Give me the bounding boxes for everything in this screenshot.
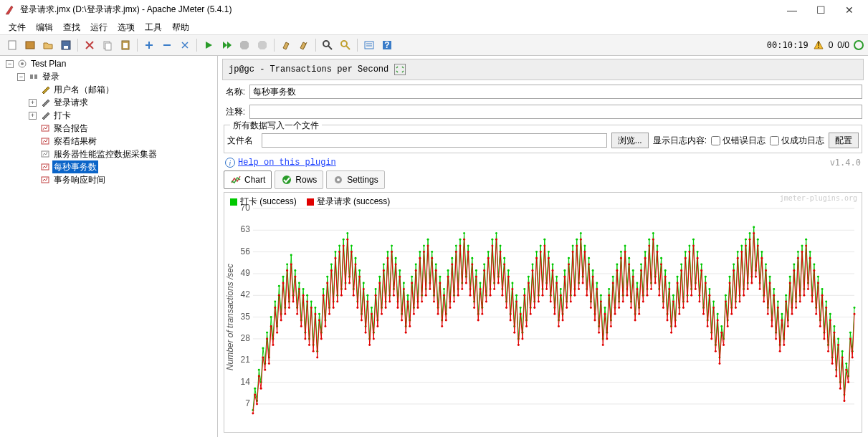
close-button[interactable]: ✕ (835, 0, 864, 20)
search-button[interactable] (320, 37, 335, 53)
svg-point-97 (346, 232, 348, 234)
svg-point-366 (284, 313, 286, 315)
comment-input[interactable] (249, 105, 862, 119)
shutdown-button[interactable] (254, 37, 270, 53)
function-helper-button[interactable] (361, 37, 377, 53)
tree-item[interactable]: +打卡 (29, 109, 217, 122)
svg-point-333 (821, 288, 824, 290)
svg-point-585 (725, 300, 727, 302)
config-button[interactable]: 配置 (829, 133, 859, 148)
testplan-icon (17, 59, 27, 69)
help-link[interactable]: Help on this plugin (238, 158, 336, 168)
svg-point-486 (525, 325, 528, 327)
menu-tools[interactable]: 工具 (140, 20, 166, 35)
svg-point-405 (363, 288, 365, 290)
cut-button[interactable] (82, 37, 97, 53)
svg-point-566 (687, 300, 689, 302)
menu-edit[interactable]: 编辑 (32, 20, 57, 35)
panel-header: jp@gc - Transactions per Second (222, 59, 864, 80)
expander-icon[interactable]: − (6, 60, 14, 68)
expander-icon[interactable]: + (29, 112, 37, 120)
svg-point-524 (602, 344, 604, 346)
tree-item[interactable]: 每秒事务数 (29, 160, 217, 173)
minimize-button[interactable]: — (778, 0, 806, 20)
open-button[interactable] (40, 37, 56, 53)
svg-point-155 (463, 232, 465, 234)
svg-point-527 (608, 294, 610, 297)
chart-area[interactable]: 打卡 (success) 登录请求 (success) jmeter-plugi… (224, 192, 862, 433)
expander-icon[interactable]: + (29, 99, 37, 107)
tree-item[interactable]: 事务响应时间 (29, 173, 217, 186)
svg-point-361 (274, 307, 276, 309)
save-button[interactable] (58, 37, 74, 53)
maximize-button[interactable]: ☐ (806, 0, 835, 20)
tab-rows[interactable]: Rows (275, 171, 323, 189)
menu-file[interactable]: 文件 (4, 20, 30, 35)
svg-point-341 (837, 337, 839, 340)
svg-point-251 (656, 244, 658, 246)
svg-point-497 (548, 257, 550, 259)
svg-point-559 (672, 300, 674, 302)
tree-root[interactable]: − Test Plan (6, 57, 217, 70)
warning-icon: ! (813, 39, 824, 51)
browse-button[interactable]: 浏览... (611, 133, 649, 148)
menu-options[interactable]: 选项 (113, 20, 139, 35)
expander-icon[interactable]: − (17, 73, 25, 81)
tree-item[interactable]: 服务器性能监控数据采集器 (29, 148, 217, 160)
plugin-version: v1.4.0 (830, 158, 861, 168)
svg-point-552 (658, 294, 660, 297)
svg-point-65 (282, 276, 285, 278)
copy-button[interactable] (100, 37, 115, 53)
svg-point-393 (338, 251, 340, 253)
svg-point-509 (572, 251, 574, 253)
clear-button[interactable] (278, 37, 294, 53)
tree-pane[interactable]: − Test Plan − 登录 用户名（邮箱）+登录请求+打卡聚合报告察看结果… (0, 56, 218, 437)
reset-search-button[interactable] (338, 37, 353, 53)
svg-point-352 (256, 403, 258, 405)
collapse-button[interactable] (159, 37, 175, 53)
only-error-checkbox[interactable]: 仅错误日志 (711, 135, 766, 147)
svg-point-531 (616, 269, 618, 272)
filename-input[interactable] (262, 133, 607, 148)
svg-point-339 (833, 325, 835, 327)
name-input[interactable] (249, 85, 862, 99)
svg-point-573 (700, 269, 702, 272)
svg-point-343 (841, 350, 844, 352)
tree-item[interactable]: +登录请求 (29, 96, 217, 109)
svg-point-637 (829, 319, 831, 321)
menu-help[interactable]: 帮助 (168, 20, 194, 35)
help-button[interactable]: ? (379, 37, 395, 53)
svg-point-562 (678, 313, 680, 315)
svg-point-467 (487, 257, 490, 259)
svg-point-506 (566, 307, 568, 309)
tab-chart[interactable]: Chart (224, 171, 272, 189)
tree-item[interactable]: 聚合报告 (29, 122, 217, 135)
toggle-button[interactable] (177, 37, 193, 53)
menu-search[interactable]: 查找 (59, 20, 85, 35)
start-button[interactable] (201, 37, 216, 53)
svg-point-99 (350, 244, 353, 246)
svg-point-193 (540, 244, 542, 246)
tree-item[interactable]: 用户名（邮箱） (29, 83, 217, 96)
svg-point-513 (580, 239, 582, 241)
svg-point-18 (21, 62, 24, 65)
templates-button[interactable] (22, 37, 38, 53)
svg-point-477 (507, 276, 510, 278)
clear-all-button[interactable] (296, 37, 312, 53)
svg-point-275 (705, 276, 707, 278)
expand-button[interactable] (141, 37, 157, 53)
svg-point-358 (268, 362, 270, 365)
expand-panel-icon[interactable] (394, 64, 406, 75)
menu-run[interactable]: 运行 (86, 20, 112, 35)
paste-button[interactable] (118, 37, 133, 53)
tree-thread-group[interactable]: − 登录 (17, 70, 217, 83)
start-no-timers-button[interactable] (219, 37, 234, 53)
only-success-checkbox[interactable]: 仅成功日志 (770, 135, 824, 147)
svg-point-93 (338, 244, 340, 246)
tab-settings[interactable]: Settings (326, 171, 384, 189)
stop-button[interactable] (237, 37, 252, 53)
tree-item[interactable]: 察看结果树 (29, 135, 217, 148)
new-button[interactable] (4, 37, 20, 53)
svg-point-623 (801, 251, 803, 253)
svg-point-633 (821, 294, 824, 297)
